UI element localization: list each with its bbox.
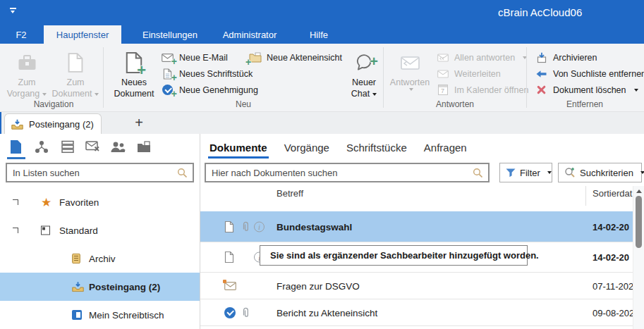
menu-einstellungen[interactable]: Einstellungen bbox=[134, 25, 206, 44]
chevron-down-icon[interactable] bbox=[13, 228, 18, 233]
weiterleiten-button[interactable]: Weiterleiten bbox=[436, 66, 528, 82]
sidebar-search-input[interactable] bbox=[7, 168, 177, 178]
sidebar-item-posteingang[interactable]: Posteingang (2) bbox=[0, 273, 200, 301]
new-record-icon: + bbox=[161, 68, 174, 80]
archivieren-label: Archivieren bbox=[553, 53, 597, 63]
unread-dot bbox=[223, 280, 226, 283]
filter-button[interactable]: Filter bbox=[499, 163, 552, 182]
von-suchliste-label: Von Suchliste entfernen bbox=[553, 69, 644, 79]
chevron-right-icon[interactable] bbox=[13, 199, 18, 205]
suchkriterien-button[interactable]: Suchkriterien bbox=[558, 163, 642, 182]
ribbon-new-column: + Neue E-Mail + Neues Schriftstück + Neu… bbox=[161, 49, 258, 98]
allen-antworten-label: Allen antworten bbox=[454, 53, 515, 63]
document-search-input[interactable] bbox=[206, 168, 473, 178]
search-icon bbox=[177, 168, 188, 178]
sidebar: ★ Favoriten Standard Archiv Posteingang … bbox=[0, 134, 200, 329]
ribbon-remove-column: Archivieren Von Suchliste entfernen Doku… bbox=[535, 49, 644, 98]
delete-x-icon bbox=[535, 84, 548, 97]
tab-dokumente[interactable]: Dokumente bbox=[209, 140, 267, 156]
zum-dokument-button[interactable]: Zum Dokument bbox=[51, 48, 100, 99]
sidebar-item-mein-schreibtisch[interactable]: Mein Schreibtisch bbox=[0, 301, 200, 329]
neue-genehmigung-button[interactable]: + Neue Genehmigung bbox=[161, 82, 258, 98]
scroll-up-arrow-icon[interactable] bbox=[636, 190, 642, 193]
quick-access-chevron-icon[interactable] bbox=[9, 7, 18, 15]
tooltip: Sie sind als ergänzender Sachbearbeiter … bbox=[260, 245, 528, 266]
neues-dokument-button[interactable]: + Neues Dokument bbox=[107, 48, 161, 99]
im-kalender-oeffnen-button[interactable]: 7 Im Kalender öffnen bbox=[436, 82, 528, 98]
antworten-button[interactable]: Antworten bbox=[387, 48, 433, 91]
column-separator[interactable] bbox=[585, 186, 586, 206]
scrollbar-thumb[interactable] bbox=[636, 196, 642, 248]
group-label-navigation: Navigation bbox=[4, 99, 103, 109]
table-row[interactable]: Bericht zu Akteneinsicht 09-08-202 bbox=[200, 299, 633, 326]
neue-akteneinsicht-button[interactable]: + Neue Akteneinsicht bbox=[248, 49, 342, 66]
sidebar-item-favoriten[interactable]: ★ Favoriten bbox=[0, 188, 200, 216]
tab-vorgaenge[interactable]: Vorgänge bbox=[284, 140, 329, 156]
main-panel: Dokumente Vorgänge Schriftstücke Anfrage… bbox=[200, 134, 644, 329]
menu-f2[interactable]: F2 bbox=[6, 25, 37, 44]
window-title: cBrain AcCloud06 bbox=[498, 6, 582, 18]
sidebar-item-label: Mein Schreibtisch bbox=[89, 310, 164, 321]
search-icon bbox=[473, 168, 483, 178]
menu-hauptfenster[interactable]: Hauptfenster bbox=[44, 25, 121, 44]
menu-administrator[interactable]: Administrator bbox=[216, 25, 284, 44]
contacts-icon[interactable] bbox=[109, 139, 126, 154]
calendar-icon: 7 bbox=[436, 84, 449, 97]
archive-icon bbox=[72, 254, 80, 264]
tab-posteingang[interactable]: Posteingang (2) bbox=[4, 113, 102, 134]
zum-vorgang-button[interactable]: Zum Vorgang bbox=[4, 48, 49, 99]
neue-email-button[interactable]: + Neue E-Mail bbox=[161, 49, 258, 66]
case-list-icon[interactable] bbox=[59, 139, 76, 154]
neuer-chat-button[interactable]: + Neuer Chat bbox=[344, 48, 384, 99]
row-date: 14-02-20 bbox=[593, 252, 633, 263]
group-label-neu: Neu bbox=[106, 99, 381, 109]
chevron-down-icon bbox=[42, 93, 47, 96]
chevron-down-icon bbox=[372, 93, 377, 96]
von-suchliste-entfernen-button[interactable]: Von Suchliste entfernen bbox=[535, 66, 644, 82]
tab-anfragen[interactable]: Anfragen bbox=[424, 140, 467, 156]
allen-antworten-button[interactable]: Allen antworten bbox=[436, 49, 528, 66]
participants-org-icon[interactable] bbox=[33, 139, 50, 154]
neues-schriftstueck-button[interactable]: + Neues Schriftstück bbox=[161, 66, 258, 82]
inbox-tray-icon bbox=[72, 282, 84, 292]
sidebar-item-archiv[interactable]: Archiv bbox=[0, 244, 200, 273]
mail-x-icon[interactable] bbox=[84, 139, 101, 154]
sidebar-item-standard[interactable]: Standard bbox=[0, 216, 200, 244]
table-row[interactable]: Fragen zur DSGVO 07-11-202 bbox=[200, 273, 633, 299]
menubar: F2 Hauptfenster Einstellungen Administra… bbox=[0, 25, 644, 44]
chevron-down-icon bbox=[95, 93, 99, 96]
tab-schriftstuecke[interactable]: Schriftstücke bbox=[346, 140, 407, 156]
document-search bbox=[205, 163, 490, 182]
active-icon-underline bbox=[7, 157, 25, 159]
vertical-scrollbar[interactable] bbox=[633, 186, 644, 329]
antworten-label: Antworten bbox=[390, 77, 430, 88]
neues-schriftstueck-label: Neues Schriftstück bbox=[179, 69, 253, 79]
weiterleiten-label: Weiterleiten bbox=[454, 69, 501, 79]
reply-mail-icon bbox=[401, 49, 420, 77]
filter-label: Filter bbox=[520, 168, 540, 178]
column-header-sortierdatum[interactable]: Sortierdat bbox=[593, 188, 633, 199]
neue-genehmigung-label: Neue Genehmigung bbox=[179, 85, 258, 95]
funnel-icon bbox=[506, 168, 516, 178]
new-tab-button[interactable]: + bbox=[130, 113, 148, 132]
tabstrip: Posteingang (2) + bbox=[0, 112, 644, 134]
zum-vorgang-label: Zum Vorgang bbox=[7, 77, 40, 99]
documents-icon[interactable] bbox=[7, 139, 24, 154]
row-title: Bundestagswahl bbox=[277, 221, 352, 232]
inbox-tray-icon bbox=[11, 119, 23, 130]
chevron-down-icon bbox=[640, 171, 644, 174]
column-header-betreff[interactable]: Betreff bbox=[277, 188, 303, 199]
menu-hilfe[interactable]: Hilfe bbox=[298, 25, 340, 44]
row-title: Bericht zu Akteneinsicht bbox=[277, 307, 377, 318]
folders-icon[interactable] bbox=[135, 139, 152, 154]
content-tabs: Dokumente Vorgänge Schriftstücke Anfrage… bbox=[209, 140, 467, 156]
ribbon-separator bbox=[103, 47, 104, 108]
dokument-loeschen-button[interactable]: Dokument löschen bbox=[535, 82, 644, 98]
suchkriterien-label: Suchkriterien bbox=[580, 168, 633, 178]
chevron-down-icon bbox=[547, 171, 552, 174]
table-row[interactable]: i Bundestagswahl 14-02-20 bbox=[200, 211, 633, 242]
info-icon[interactable]: i bbox=[254, 221, 265, 232]
chevron-down-icon bbox=[634, 89, 638, 92]
im-kalender-label: Im Kalender öffnen bbox=[454, 85, 528, 95]
archivieren-button[interactable]: Archivieren bbox=[535, 49, 644, 66]
